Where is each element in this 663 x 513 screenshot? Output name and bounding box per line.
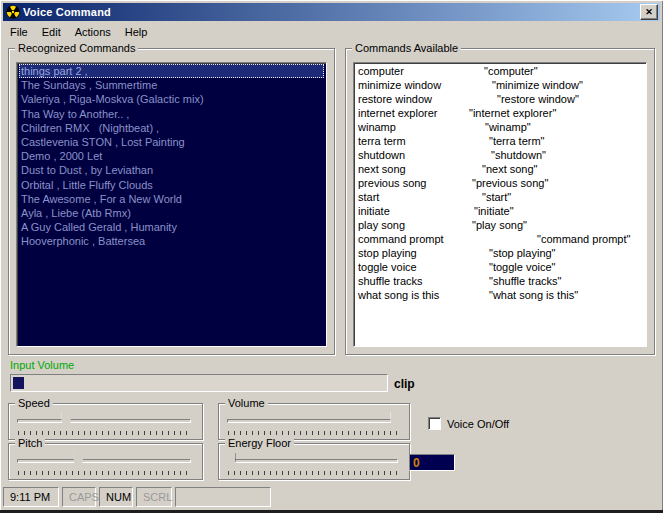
recognized-list-item[interactable]: Castlevenia STON , Lost Painting xyxy=(19,135,324,149)
command-row[interactable]: start "start" xyxy=(356,190,644,204)
pitch-group: Pitch xyxy=(8,443,203,480)
command-name: minimize window xyxy=(358,78,441,92)
command-row[interactable]: play song "play song" xyxy=(356,218,644,232)
menu-item-help[interactable]: Help xyxy=(118,24,155,40)
command-row[interactable]: initiate "initiate" xyxy=(356,204,644,218)
command-name: play song xyxy=(358,218,405,232)
command-phrase: "previous song" xyxy=(472,176,548,190)
volume-slider-thumb[interactable] xyxy=(391,412,400,428)
command-name: shuffle tracks xyxy=(358,274,423,288)
recognized-commands-label: Recognized Commands xyxy=(15,42,138,54)
speed-group: Speed xyxy=(8,403,203,440)
volume-slider[interactable] xyxy=(227,412,398,438)
energy-floor-slider-ticks xyxy=(228,471,397,475)
menu-item-edit[interactable]: Edit xyxy=(35,24,68,40)
energy-floor-slider-thumb[interactable] xyxy=(226,452,235,468)
command-name: internet explorer xyxy=(358,106,438,120)
commands-list[interactable]: computer "computer" minimize window "min… xyxy=(353,62,647,347)
menu-item-actions[interactable]: Actions xyxy=(68,24,118,40)
pitch-slider-channel[interactable] xyxy=(17,459,191,463)
command-row[interactable]: computer "computer" xyxy=(356,64,644,78)
title-bar: Voice Command ✕ xyxy=(3,3,660,21)
status-panel-scrl: SCRL xyxy=(136,487,172,507)
recognized-list-item[interactable]: Valeriya , Riga-Moskva (Galactic mix) xyxy=(19,92,324,106)
command-row[interactable]: minimize window "minimize window" xyxy=(356,78,644,92)
pitch-label: Pitch xyxy=(15,437,45,449)
energy-floor-label: Energy Floor xyxy=(225,437,294,449)
recognized-list-item[interactable]: Children RMX (Nightbeat) , xyxy=(19,121,324,135)
command-name: stop playing xyxy=(358,246,417,260)
command-name: winamp xyxy=(358,120,396,134)
window-title: Voice Command xyxy=(23,6,640,18)
recognized-list-item[interactable]: The Sundays , Summertime xyxy=(19,78,324,92)
command-phrase: "initiate" xyxy=(474,204,514,218)
close-button[interactable]: ✕ xyxy=(640,4,658,20)
recognized-list-item[interactable]: Ayla , Liebe (Atb Rmx) xyxy=(19,206,324,220)
status-panel-caps: CAPS xyxy=(62,487,96,507)
status-bar: 9:11 PMCAPSNUMSCRL xyxy=(3,486,660,509)
command-name: next song xyxy=(358,162,406,176)
pitch-slider[interactable] xyxy=(17,452,191,478)
command-row[interactable]: restore window "restore window" xyxy=(356,92,644,106)
status-panel-time: 9:11 PM xyxy=(3,487,59,507)
command-row[interactable]: what song is this "what song is this" xyxy=(356,288,644,302)
command-row[interactable]: internet explorer "internet explorer" xyxy=(356,106,644,120)
command-name: computer xyxy=(358,64,404,78)
command-row[interactable]: terra term "terra term" xyxy=(356,134,644,148)
command-phrase: "stop playing" xyxy=(489,246,556,260)
recognized-list-item[interactable]: The Awesome , For a New World xyxy=(19,192,324,206)
command-name: initiate xyxy=(358,204,390,218)
pitch-slider-ticks xyxy=(18,471,190,475)
command-phrase: "what song is this" xyxy=(489,288,578,302)
command-row[interactable]: command prompt "command prompt" xyxy=(356,232,644,246)
command-name: command prompt xyxy=(358,232,444,246)
command-phrase: "internet explorer" xyxy=(469,106,556,120)
command-row[interactable]: shutdown "shutdown" xyxy=(356,148,644,162)
command-row[interactable]: next song "next song" xyxy=(356,162,644,176)
recognized-list-item[interactable]: Tha Way to Another.. , xyxy=(19,107,324,121)
recognized-list-item[interactable]: Hooverphonic , Battersea xyxy=(19,234,324,248)
energy-floor-slider[interactable] xyxy=(227,452,398,478)
recognized-list-item[interactable]: Dust to Dust , by Leviathan xyxy=(19,163,324,177)
recognized-list-item[interactable]: things part 2 , xyxy=(19,64,324,78)
command-name: shutdown xyxy=(358,148,405,162)
speed-label: Speed xyxy=(15,397,53,409)
command-phrase: "shuffle tracks" xyxy=(489,274,561,288)
speed-slider[interactable] xyxy=(17,412,191,438)
command-name: what song is this xyxy=(358,288,439,302)
volume-slider-channel[interactable] xyxy=(227,419,398,423)
speed-slider-thumb[interactable] xyxy=(62,412,71,428)
command-row[interactable]: previous song "previous song" xyxy=(356,176,644,190)
command-row[interactable]: winamp "winamp" xyxy=(356,120,644,134)
command-phrase: "minimize window" xyxy=(492,78,583,92)
pitch-slider-thumb[interactable] xyxy=(74,452,83,468)
command-row[interactable]: toggle voice "toggle voice" xyxy=(356,260,644,274)
command-name: previous song xyxy=(358,176,427,190)
command-phrase: "shutdown" xyxy=(491,148,546,162)
command-row[interactable]: stop playing "stop playing" xyxy=(356,246,644,260)
recognized-list-item[interactable]: Demo , 2000 Let xyxy=(19,149,324,163)
radiation-icon xyxy=(6,5,20,19)
input-volume-label: Input Volume xyxy=(10,359,74,371)
voice-command-window: Voice Command ✕ FileEditActionsHelp Reco… xyxy=(0,0,663,513)
menu-item-file[interactable]: File xyxy=(3,24,35,40)
energy-value-display: 0 xyxy=(409,454,455,471)
input-volume-meter xyxy=(10,374,388,392)
recognized-list-item[interactable]: A Guy Called Gerald , Humanity xyxy=(19,220,324,234)
command-phrase: "winamp" xyxy=(485,120,531,134)
volume-group: Volume xyxy=(218,403,410,440)
energy-floor-slider-channel[interactable] xyxy=(227,459,398,463)
speed-slider-channel[interactable] xyxy=(17,419,191,423)
command-name: terra term xyxy=(358,134,406,148)
volume-label: Volume xyxy=(225,397,268,409)
voice-on-off-checkbox[interactable] xyxy=(428,417,441,430)
command-name: toggle voice xyxy=(358,260,417,274)
volume-slider-ticks xyxy=(228,431,397,435)
energy-floor-group: Energy Floor xyxy=(218,443,410,480)
status-panel-num: NUM xyxy=(99,487,133,507)
command-row[interactable]: shuffle tracks "shuffle tracks" xyxy=(356,274,644,288)
recognized-list-item[interactable]: Orbital , Little Fluffy Clouds xyxy=(19,178,324,192)
command-phrase: "play song" xyxy=(472,218,527,232)
recognized-list[interactable]: things part 2 ,The Sundays , SummertimeV… xyxy=(16,62,327,347)
command-phrase: "next song" xyxy=(482,162,538,176)
